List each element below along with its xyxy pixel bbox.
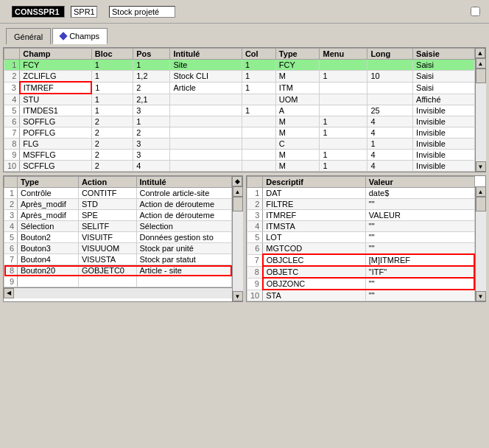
cell-bloc[interactable]: 1 [91,71,133,83]
cell-pos[interactable]: 1 [133,60,170,71]
cell-intitule[interactable]: Article [170,82,242,94]
cell-pos[interactable]: 2 [133,127,170,139]
cell-pos[interactable]: 3 [133,105,170,116]
cell-menu[interactable]: 1 [320,116,367,127]
cell-type[interactable]: A [275,105,320,116]
cell-champ[interactable]: ITMREF [20,82,91,94]
cell-descriptif[interactable]: LOT [263,232,366,243]
cell-long[interactable]: 1 [367,139,413,150]
cell-action[interactable]: VISUITF [78,232,136,243]
cell-action[interactable]: SPE [78,210,136,221]
cell-saisie[interactable]: Invisible [413,150,475,161]
cell-action[interactable]: CONTITF [78,188,136,199]
cell-long[interactable]: 4 [367,150,413,161]
cell-bloc[interactable]: 2 [91,139,133,150]
cell-col[interactable] [242,139,275,150]
cell-valeur[interactable]: date$ [365,188,474,199]
cell-valeur[interactable]: "ITF" [365,266,474,278]
intitule-input[interactable] [109,6,175,18]
top-scroll-up-btn[interactable]: ▲ [476,58,486,69]
cell-long[interactable] [367,82,413,94]
br-scroll-up[interactable]: ▲ [476,186,486,197]
cell-intitule[interactable] [170,139,242,150]
cell-intitule[interactable]: Action de dérouteme [136,199,232,210]
cell-saisie[interactable]: Invisible [413,116,475,127]
cell-long[interactable]: 4 [367,161,413,172]
cell-action[interactable]: GOBJETC0 [78,265,136,276]
cell-intitule[interactable] [170,116,242,127]
cell-valeur[interactable]: [M]ITMREF [365,254,474,266]
cell-type[interactable]: Sélection [18,221,79,232]
cell-valeur[interactable]: VALEUR [365,210,474,221]
cell-menu[interactable]: 1 [320,150,367,161]
cell-valeur[interactable]: "" [365,199,474,210]
cell-pos[interactable]: 2,1 [133,94,170,105]
cell-pos[interactable]: 3 [133,150,170,161]
cell-valeur[interactable]: "" [365,243,474,255]
cell-saisie[interactable]: Saisi [413,60,475,71]
cell-long[interactable] [367,94,413,105]
tab-general[interactable]: Général [6,28,51,44]
cell-action[interactable] [78,276,136,287]
cell-intitule[interactable]: Controle article-site [136,188,232,199]
cell-champ[interactable]: FCY [20,60,91,71]
bl-scroll-up[interactable]: ▲ [233,186,243,197]
cell-bloc[interactable]: 1 [91,82,133,94]
bl-hscrollbar[interactable]: ◀ ▶ [4,287,242,298]
cell-bloc[interactable]: 1 [91,94,133,105]
cell-col[interactable] [242,116,275,127]
cell-col[interactable] [242,150,275,161]
cell-intitule[interactable] [170,94,242,105]
cell-descriptif[interactable]: STA [263,290,366,301]
cell-intitule[interactable]: Action de dérouteme [136,210,232,221]
bl-hscroll-left[interactable]: ◀ [4,288,14,298]
cell-action[interactable]: SELITF [78,221,136,232]
cell-type[interactable]: UOM [275,94,320,105]
cell-intitule[interactable]: Stock CLI [170,71,242,83]
cell-type[interactable]: Après_modif [18,199,79,210]
cell-pos[interactable]: 1 [133,116,170,127]
cell-bloc[interactable]: 2 [91,150,133,161]
top-panel-scrollbar[interactable]: ▲ ▼ [475,58,485,172]
cell-menu[interactable] [320,139,367,150]
cell-type[interactable]: Bouton20 [18,265,79,276]
cell-saisie[interactable]: Saisi [413,71,475,83]
cell-col[interactable] [242,127,275,139]
cell-menu[interactable] [320,60,367,71]
cell-descriptif[interactable]: MGTCOD [263,243,366,255]
cell-saisie[interactable]: Invisible [413,161,475,172]
cell-action[interactable]: VISUUOM [78,243,136,254]
cell-long[interactable]: 25 [367,105,413,116]
code-ecran-input[interactable] [12,6,65,18]
cell-col[interactable]: 1 [242,71,275,83]
cell-intitule[interactable] [170,161,242,172]
cell-intitule[interactable] [170,127,242,139]
cell-type[interactable]: M [275,71,320,83]
cell-action[interactable]: STD [78,199,136,210]
cell-descriptif[interactable]: FILTRE [263,199,366,210]
cell-menu[interactable] [320,94,367,105]
cell-descriptif[interactable]: ITMSTA [263,221,366,232]
cell-type[interactable]: FCY [275,60,320,71]
cell-champ[interactable]: STU [20,94,91,105]
cell-saisie[interactable]: Invisible [413,127,475,139]
cell-pos[interactable]: 2 [133,82,170,94]
cell-menu[interactable] [320,105,367,116]
cell-type[interactable]: Bouton2 [18,232,79,243]
spr-input[interactable] [71,6,97,18]
cell-long[interactable] [367,60,413,71]
cell-intitule[interactable]: Sélection [136,221,232,232]
cell-saisie[interactable]: Invisible [413,139,475,150]
ecran-modele-checkbox[interactable] [471,7,480,16]
cell-saisie[interactable]: Saisi [413,82,475,94]
bl-scroll-down[interactable]: ▼ [233,291,243,301]
cell-menu[interactable]: 1 [320,71,367,83]
cell-col[interactable]: 1 [242,60,275,71]
bl-scrollbar[interactable]: ▲ ▼ [232,186,242,301]
cell-col[interactable] [242,94,275,105]
cell-menu[interactable] [320,82,367,94]
cell-pos[interactable]: 3 [133,139,170,150]
cell-descriptif[interactable]: OBJETC [263,266,366,278]
cell-intitule[interactable]: Site [170,60,242,71]
cell-bloc[interactable]: 2 [91,161,133,172]
